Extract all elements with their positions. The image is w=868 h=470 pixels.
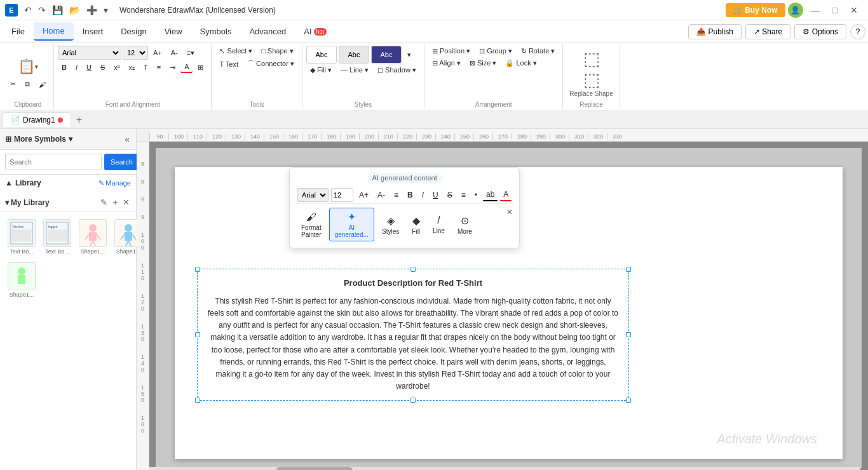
add-tab-button[interactable]: + [72, 113, 86, 127]
ai-bold-btn[interactable]: B [404, 189, 416, 201]
ai-color-label-btn[interactable]: ab [483, 189, 498, 201]
handle-middle-right[interactable] [626, 332, 631, 337]
connector-button[interactable]: ⌒ Connector ▾ [243, 58, 298, 70]
text-align-button[interactable]: ≡▾ [183, 48, 198, 58]
paste-button[interactable]: 📋 ▾ [6, 56, 50, 77]
menu-design[interactable]: Design [112, 23, 155, 40]
fill-tool-button[interactable]: ◆ Fill [407, 212, 425, 238]
copy-button[interactable]: ⧉ [21, 79, 34, 90]
style-preview-1[interactable]: Abc [306, 46, 337, 64]
horizontal-scrollbar[interactable] [149, 467, 860, 470]
list-item[interactable]: Shape1... [76, 217, 109, 257]
line-button[interactable]: — Line ▾ [337, 65, 372, 76]
menu-advanced[interactable]: Advanced [240, 23, 295, 40]
font-increase-button[interactable]: A+ [149, 48, 166, 58]
help-button[interactable]: ? [850, 24, 865, 39]
ai-generated-tool-button[interactable]: ✦ AI generated... [329, 208, 374, 241]
menu-symbols[interactable]: Symbols [191, 23, 241, 40]
ai-list-btn[interactable]: ≡ [458, 189, 469, 201]
shape-button[interactable]: □ Shape ▾ [257, 46, 297, 57]
format-painter-button[interactable]: 🖌 [35, 79, 50, 90]
search-input[interactable] [5, 154, 102, 170]
handle-bottom-right[interactable] [626, 398, 631, 403]
close-button[interactable]: ✕ [845, 4, 863, 17]
menu-view[interactable]: View [156, 23, 191, 40]
font-family-select[interactable]: Arial [58, 46, 121, 60]
handle-middle-left[interactable] [195, 332, 200, 337]
save-button[interactable]: 💾 [50, 4, 65, 17]
publish-button[interactable]: 📤 Publish [688, 24, 742, 39]
more-format-button[interactable]: ⊞ [194, 62, 207, 73]
tab-drawing1[interactable]: 📄 Drawing1 [3, 112, 71, 127]
manage-link[interactable]: ✎ Manage [98, 179, 131, 187]
handle-top-left[interactable] [195, 267, 200, 272]
text-button[interactable]: T [140, 62, 152, 72]
sidebar-collapse-button[interactable]: « [123, 133, 131, 145]
ai-text-color-btn[interactable]: A [500, 189, 512, 201]
rotate-button[interactable]: ↻ Rotate ▾ [517, 46, 559, 57]
handle-top-right[interactable] [626, 267, 631, 272]
text-box-selected[interactable]: Product Description for Red T-Shirt This… [197, 269, 629, 401]
subscript-button[interactable]: x₂ [125, 62, 139, 73]
handle-top-middle[interactable] [410, 267, 416, 272]
text-tool-button[interactable]: T Text [215, 59, 242, 69]
my-library-title[interactable]: ▾ My Library [5, 198, 50, 207]
edit-library-button[interactable]: ✎ [99, 196, 109, 208]
ai-tooltip-close[interactable]: ✕ [506, 208, 513, 217]
line-tool-button[interactable]: / Line [428, 212, 450, 237]
font-size-select[interactable]: 12 [123, 46, 148, 60]
indent-button[interactable]: ⇥ [166, 62, 179, 73]
search-button[interactable]: Search [104, 154, 139, 170]
shadow-button[interactable]: ◻ Shadow ▾ [374, 65, 420, 76]
select-button[interactable]: ↖ Select ▾ [215, 46, 256, 57]
handle-bottom-left[interactable] [195, 398, 200, 403]
menu-home[interactable]: Home [34, 22, 74, 41]
ai-font-increase[interactable]: A+ [356, 189, 372, 201]
text-color-button[interactable]: A [180, 62, 193, 73]
group-button[interactable]: ⊡ Group ▾ [475, 46, 516, 57]
more-button[interactable]: ▾ [101, 4, 111, 17]
list-item[interactable]: Shape1... [5, 260, 38, 300]
paste-dropdown[interactable]: ▾ [35, 64, 38, 70]
strikethrough-button[interactable]: S [97, 62, 109, 72]
replace-shape-button[interactable]: ⬚⬚ Replace Shape [567, 46, 615, 100]
canvas-scroll[interactable]: 8 8 9 9 100 110 120 130 140 150 160 [137, 142, 868, 470]
style-preview-3[interactable]: Abc [371, 46, 402, 64]
ai-font-select[interactable]: Arial [297, 188, 329, 202]
format-painter-tool-button[interactable]: 🖌 Format Painter [296, 209, 327, 241]
size-button[interactable]: ⊠ Size ▾ [466, 58, 501, 69]
ai-strike-btn[interactable]: S [444, 189, 456, 201]
ai-underline-btn[interactable]: U [430, 189, 442, 201]
share-button[interactable]: ↗ Share [745, 24, 790, 39]
list-item[interactable]: Tagged Text Bo... [41, 217, 74, 257]
superscript-button[interactable]: x² [110, 62, 123, 72]
minimize-button[interactable]: — [806, 4, 825, 17]
menu-ai[interactable]: AI hot [295, 23, 336, 40]
ai-align-btn[interactable]: ≡ [391, 189, 402, 201]
buy-now-button[interactable]: 🛒 Buy Now [726, 3, 785, 17]
close-library-button[interactable]: ✕ [121, 196, 131, 208]
styles-tool-button[interactable]: ◈ Styles [377, 212, 404, 238]
undo-button[interactable]: ↶ [22, 4, 34, 17]
fill-button[interactable]: ◆ Fill ▾ [306, 65, 336, 76]
scrollbar-thumb[interactable] [276, 467, 353, 470]
more-tool-button[interactable]: ⊙ More [452, 212, 477, 238]
styles-more-button[interactable]: ▾ [403, 50, 415, 60]
italic-button[interactable]: I [72, 62, 81, 72]
handle-bottom-middle[interactable] [410, 398, 416, 403]
maximize-button[interactable]: □ [827, 4, 843, 17]
cut-button[interactable]: ✂ [6, 79, 20, 90]
menu-file[interactable]: File [3, 23, 34, 40]
style-preview-2[interactable]: Abc [339, 46, 369, 64]
new-button[interactable]: ➕ [84, 4, 100, 17]
position-button[interactable]: ⊞ Position ▾ [428, 46, 474, 57]
menu-insert[interactable]: Insert [74, 23, 112, 40]
library-title[interactable]: ▲ Library [5, 178, 41, 187]
open-button[interactable]: 📂 [67, 4, 83, 17]
underline-button[interactable]: U [83, 62, 95, 72]
ai-font-decrease[interactable]: A- [374, 189, 388, 201]
bold-button[interactable]: B [58, 62, 71, 72]
font-decrease-button[interactable]: A- [167, 48, 182, 58]
list-button[interactable]: ≡ [153, 62, 165, 72]
ai-font-size[interactable] [331, 188, 353, 202]
